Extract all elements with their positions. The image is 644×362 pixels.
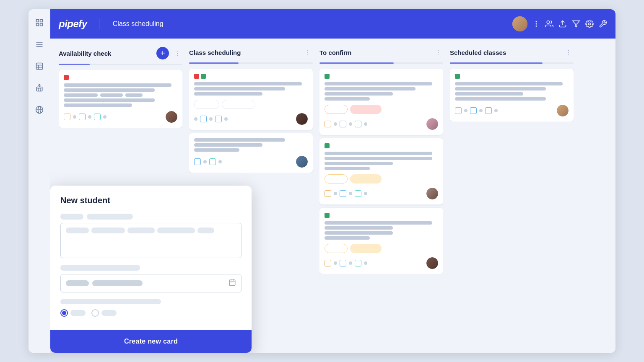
cards-list-scheduling (189, 69, 313, 173)
dot-s2b (218, 160, 222, 163)
svg-rect-2 (36, 23, 39, 26)
header-export-icon[interactable] (558, 20, 567, 28)
svg-rect-1 (40, 20, 42, 22)
card-footer-s1 (194, 113, 308, 125)
field1-label-row (60, 214, 242, 220)
card-confirm-3 (319, 208, 443, 274)
sidebar-item-list[interactable] (33, 38, 46, 51)
card-confirm-1 (319, 69, 443, 135)
create-card-button[interactable]: Create new card (124, 338, 178, 345)
card-scheduled-1 (450, 69, 574, 122)
sidebar-item-robot[interactable] (33, 81, 46, 95)
tag-green-s1 (201, 74, 206, 79)
tag-sc1 (455, 107, 462, 114)
check-sc1 (485, 107, 492, 114)
sidebar-item-table[interactable] (33, 59, 46, 73)
attach-s2 (194, 158, 201, 165)
radio-dot (62, 311, 66, 315)
card-footer-c1 (325, 118, 438, 130)
sidebar-item-globe[interactable] (33, 103, 46, 116)
header-filter-icon[interactable] (572, 20, 580, 28)
tag-c1 (325, 121, 331, 127)
svg-point-21 (536, 21, 537, 22)
app-container: pipefy Class scheduling (29, 9, 615, 353)
check-c1 (355, 121, 361, 127)
avatar-face-sc1 (557, 105, 569, 116)
dot-c2b (349, 192, 352, 195)
card-tags-c2 (325, 143, 438, 148)
card-content-c2 (325, 152, 438, 170)
card-footer (64, 111, 177, 123)
board-area: Availability check + ⋮ (50, 39, 615, 353)
date-input[interactable] (60, 274, 242, 292)
tag-c2 (325, 190, 331, 197)
card-badges-s1 (194, 100, 308, 109)
dot-sc1a (464, 109, 467, 112)
card-footer-s2 (194, 156, 308, 168)
svg-marker-26 (573, 21, 580, 27)
header-more-icon[interactable] (532, 20, 540, 28)
header-tool-icon[interactable] (599, 20, 607, 28)
dot-c3c (364, 261, 367, 265)
logo-text: pipefy (59, 18, 87, 30)
radio-option-2[interactable] (91, 309, 117, 317)
card-footer-c3 (325, 257, 438, 269)
column-progress-scheduled (450, 62, 574, 64)
main-content: pipefy Class scheduling (50, 9, 615, 353)
dot-s1a (194, 117, 197, 121)
column-menu-scheduling[interactable]: ⋮ (303, 47, 313, 58)
dot-c1a (334, 122, 337, 126)
column-menu-scheduled[interactable]: ⋮ (564, 47, 574, 58)
form-textarea[interactable] (60, 223, 242, 258)
dot-s1b (209, 117, 213, 121)
svg-rect-11 (36, 87, 42, 91)
dot-c3b (349, 261, 352, 265)
tag-green-sc1 (455, 74, 460, 79)
badge-orangefill-c3 (350, 244, 382, 253)
dot-sc1b (479, 109, 483, 112)
sidebar-item-grid[interactable] (33, 16, 46, 29)
radio2-label (101, 310, 117, 316)
avatar-sc1 (557, 105, 569, 116)
tag-c3 (325, 260, 331, 266)
header-settings-icon[interactable] (585, 20, 594, 28)
radio-option-1[interactable] (60, 309, 86, 317)
attachment-icon (79, 114, 86, 120)
column-title-availability: Availability check (59, 50, 153, 57)
avatar-image (512, 16, 527, 31)
svg-point-14 (38, 88, 39, 89)
badge-orangefill-c2 (350, 174, 382, 184)
header: pipefy Class scheduling (50, 9, 615, 39)
sidebar (29, 9, 50, 353)
header-actions (512, 16, 607, 31)
attach-c2 (340, 190, 346, 197)
card-content-c3 (325, 221, 438, 240)
card-icons-s2 (194, 158, 222, 165)
radio-group (60, 309, 242, 317)
check-s2 (209, 158, 216, 165)
badge-outline-s1 (194, 100, 219, 109)
dot-icon2 (88, 115, 91, 119)
card-footer-sc1 (455, 105, 569, 116)
card-content-s1 (194, 82, 308, 96)
column-header-availability: Availability check + ⋮ (59, 47, 182, 59)
column-menu-confirm[interactable]: ⋮ (433, 47, 443, 58)
cards-list-scheduled (450, 69, 574, 122)
card-content-sc1 (455, 82, 569, 101)
new-card-modal: New student (50, 186, 252, 353)
radio-circle-unchecked[interactable] (91, 309, 99, 317)
card-tags-sc1 (455, 74, 569, 79)
avatar-face-c1 (426, 118, 438, 130)
card-scheduling-1 (189, 69, 313, 130)
add-card-button-availability[interactable]: + (156, 47, 169, 59)
dot-c3a (334, 261, 337, 265)
column-menu-availability[interactable]: ⋮ (172, 48, 182, 59)
card-content-c1 (325, 82, 438, 101)
header-users-icon[interactable] (545, 20, 553, 28)
dot-sc1c (494, 109, 498, 112)
card-badges-c2 (325, 174, 438, 184)
tag-red-s1 (194, 74, 199, 79)
checklist-icon (94, 114, 101, 120)
column-title-scheduled: Scheduled classes (450, 49, 560, 56)
radio-circle-checked[interactable] (60, 309, 68, 317)
